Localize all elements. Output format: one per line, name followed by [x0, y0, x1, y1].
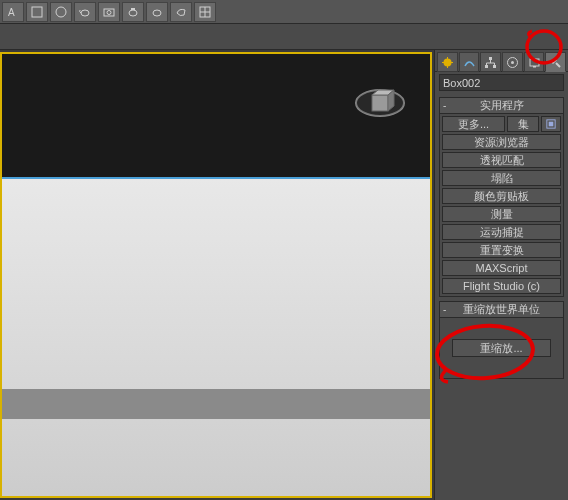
svg-rect-22	[493, 65, 496, 68]
svg-rect-33	[549, 122, 554, 127]
config-button[interactable]	[541, 116, 561, 132]
svg-rect-20	[489, 57, 492, 60]
rollout-rescale: - 重缩放世界单位 重缩放...	[439, 301, 564, 379]
utility-reset-xform[interactable]: 重置变换	[442, 242, 561, 258]
active-viewport[interactable]	[0, 52, 432, 498]
svg-rect-21	[485, 65, 488, 68]
svg-point-28	[511, 61, 514, 64]
toolbar-box-icon[interactable]	[26, 2, 48, 22]
toolbar-text-icon[interactable]: A	[2, 2, 24, 22]
svg-point-3	[81, 10, 89, 16]
tab-hierarchy[interactable]	[480, 52, 501, 72]
svg-point-2	[56, 7, 66, 17]
object-name-input[interactable]	[439, 74, 564, 91]
rollout-utilities-title: 实用程序	[480, 98, 524, 113]
tab-modify[interactable]	[459, 52, 480, 72]
svg-rect-30	[533, 66, 536, 68]
utility-flight-studio[interactable]: Flight Studio (c)	[442, 278, 561, 294]
svg-rect-1	[32, 7, 42, 17]
rollout-rescale-title: 重缩放世界单位	[463, 302, 540, 317]
rescale-button[interactable]: 重缩放...	[452, 339, 551, 357]
collapse-icon: -	[443, 100, 446, 111]
toolbar-teapot3-icon[interactable]	[146, 2, 168, 22]
toolbar-sphere-icon[interactable]	[50, 2, 72, 22]
toolbar-spacer	[0, 24, 568, 50]
rollout-utilities: - 实用程序 更多... 集 资源浏览器 透视匹配 塌陷 颜色剪贴板 测量 运动…	[439, 97, 564, 297]
toolbar-teapot2-icon[interactable]	[122, 2, 144, 22]
object-name-field	[439, 74, 564, 91]
tab-display[interactable]	[524, 52, 545, 72]
utility-measure[interactable]: 测量	[442, 206, 561, 222]
viewcube-icon[interactable]	[354, 82, 406, 124]
svg-rect-7	[131, 8, 135, 10]
utility-motion-capture[interactable]: 运动捕捉	[442, 224, 561, 240]
toolbar-grid-icon[interactable]	[194, 2, 216, 22]
svg-point-5	[107, 10, 111, 14]
box-shadow	[2, 389, 430, 419]
collapse-icon: -	[443, 304, 446, 315]
utility-color-clipboard[interactable]: 颜色剪贴板	[442, 188, 561, 204]
svg-line-31	[556, 63, 560, 67]
rollout-utilities-header[interactable]: - 实用程序	[440, 98, 563, 114]
box-object[interactable]	[2, 179, 430, 496]
svg-point-6	[129, 10, 137, 16]
tab-create[interactable]	[437, 52, 458, 72]
utility-perspective-match[interactable]: 透视匹配	[442, 152, 561, 168]
command-panel-tabs	[435, 50, 568, 72]
toolbar-snapshot-icon[interactable]	[98, 2, 120, 22]
svg-text:A: A	[8, 7, 15, 18]
utility-maxscript[interactable]: MAXScript	[442, 260, 561, 276]
viewport-container	[0, 50, 434, 500]
svg-rect-29	[530, 59, 539, 66]
toolbar-teapot4-icon[interactable]	[170, 2, 192, 22]
svg-point-8	[153, 10, 161, 16]
utility-asset-browser[interactable]: 资源浏览器	[442, 134, 561, 150]
command-panel: - 实用程序 更多... 集 资源浏览器 透视匹配 塌陷 颜色剪贴板 测量 运动…	[434, 50, 568, 500]
sets-button[interactable]: 集	[507, 116, 539, 132]
svg-rect-14	[372, 95, 388, 111]
rollout-rescale-header[interactable]: - 重缩放世界单位	[440, 302, 563, 318]
more-button[interactable]: 更多...	[442, 116, 505, 132]
toolbar-teapot-icon[interactable]	[74, 2, 96, 22]
tab-utilities[interactable]	[545, 52, 566, 72]
utility-collapse[interactable]: 塌陷	[442, 170, 561, 186]
top-toolbar: A	[0, 0, 568, 24]
tab-motion[interactable]	[502, 52, 523, 72]
